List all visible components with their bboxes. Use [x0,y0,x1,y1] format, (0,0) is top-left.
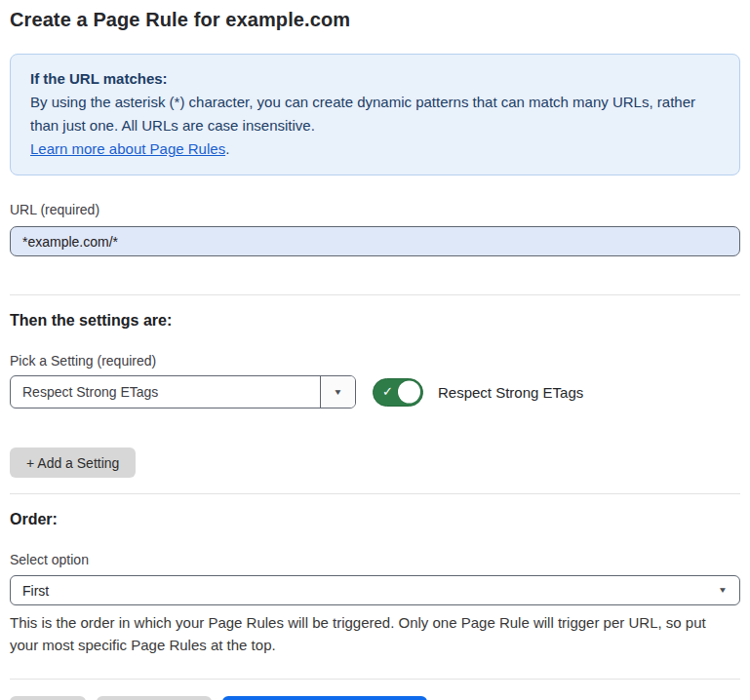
cancel-button[interactable]: Cancel [10,696,86,700]
setting-dropdown-value: Respect Strong ETags [11,376,320,408]
setting-dropdown[interactable]: Respect Strong ETags ▼ [10,375,356,408]
order-select-value: First [22,583,49,599]
order-select[interactable]: First ▼ [10,575,740,605]
chevron-down-icon: ▼ [718,586,728,595]
info-banner-heading: If the URL matches: [30,67,720,91]
url-field-label: URL (required) [10,202,740,217]
url-input[interactable] [10,226,740,256]
toggle-knob [398,381,420,404]
setting-dropdown-arrow-button[interactable]: ▼ [320,376,355,408]
info-banner-link-line: Learn more about Page Rules. [30,137,720,161]
chevron-down-icon: ▼ [334,387,343,396]
url-match-info-banner: If the URL matches: By using the asteris… [10,54,740,175]
save-and-deploy-button[interactable]: Save and Deploy Page Rule [222,696,427,700]
create-page-rule-form: Create a Page Rule for example.com If th… [0,9,750,700]
divider [10,294,740,295]
info-banner-body: By using the asterisk (*) character, you… [30,91,720,137]
order-help-text: This is the order in which your Page Rul… [10,611,736,656]
learn-more-link[interactable]: Learn more about Page Rules [30,140,225,157]
order-select-label: Select option [10,552,740,567]
order-section-heading: Order: [10,511,740,528]
etags-toggle[interactable]: ✓ [373,378,423,407]
setting-row: Respect Strong ETags ▼ ✓ Respect Strong … [10,375,740,408]
add-setting-button[interactable]: + Add a Setting [10,447,136,478]
settings-section-heading: Then the settings are: [10,312,740,330]
footer-actions: Cancel Save as Draft Save and Deploy Pag… [10,696,740,700]
pick-setting-label: Pick a Setting (required) [10,353,740,369]
link-suffix: . [225,140,229,157]
page-title: Create a Page Rule for example.com [10,9,740,31]
divider [10,679,740,680]
save-as-draft-button[interactable]: Save as Draft [97,696,213,700]
toggle-label: Respect Strong ETags [438,384,583,401]
check-icon: ✓ [382,384,393,399]
divider [10,493,740,494]
